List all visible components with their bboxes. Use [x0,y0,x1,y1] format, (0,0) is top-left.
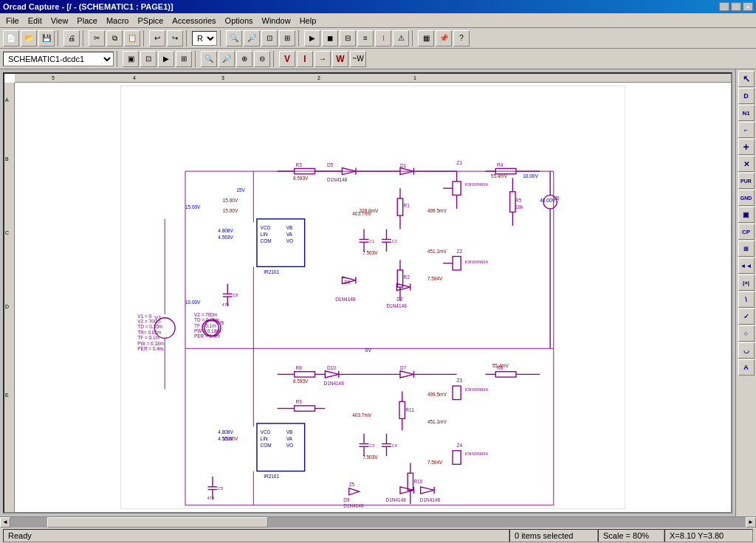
cut-btn[interactable]: ✂ [89,30,105,46]
part-place-btn[interactable]: ▣ [738,207,755,223]
svg-text:IR2101: IR2101 [264,269,279,274]
schematic-canvas[interactable]: 5 4 3 2 1 A B C D E [3,72,732,513]
netlist-btn[interactable]: ⊟ [340,30,356,46]
scroll-right-btn[interactable]: ► [746,517,756,528]
menu-edit[interactable]: Edit [24,13,47,27]
zoom-out2-btn[interactable]: ◄◄ [738,257,755,274]
menu-options[interactable]: Options [221,13,258,27]
tb2-v-btn[interactable]: V [279,51,295,67]
arc-btn[interactable]: ◡ [738,342,755,359]
status-ready: Ready [3,529,509,542]
tb2-zoomfull-btn[interactable]: 🔎 [219,51,235,67]
svg-text:LIN: LIN [261,436,268,441]
scroll-left-btn[interactable]: ◄ [0,517,10,528]
bus-entry-btn[interactable]: ⌐ [738,122,755,138]
print-btn[interactable]: 🖨 [63,30,80,46]
sep3 [143,30,146,46]
line-btn[interactable]: \ [738,291,755,308]
svg-text:C4: C4 [392,443,397,448]
save-btn[interactable]: 💾 [38,30,55,46]
no-connect-btn[interactable]: ✕ [738,156,755,172]
open-btn[interactable]: 📂 [21,30,37,46]
undo-btn[interactable]: ↩ [149,30,165,46]
tb2-zoomin2-btn[interactable]: ⊕ [236,51,252,67]
junction-btn[interactable]: + [738,139,755,155]
scroll-track-h[interactable] [10,517,746,528]
svg-text:0V: 0V [365,347,372,353]
tb2-arrow-btn[interactable]: → [315,51,331,67]
svg-text:7.504V: 7.504V [427,276,443,281]
menu-file[interactable]: File [1,13,24,27]
zoom-out-btn[interactable]: 🔎 [244,30,260,46]
menu-window[interactable]: Window [258,13,295,27]
power-btn[interactable]: PUR [738,173,755,189]
tb2-extra-btn[interactable]: ~W [350,51,366,67]
svg-text:R3: R3 [296,162,303,167]
menu-macro[interactable]: Macro [102,13,134,27]
svg-text:451.1mV: 451.1mV [427,419,447,424]
zoom-in2-btn[interactable]: |×| [738,274,755,291]
array-btn[interactable]: ⊞ [738,241,755,257]
menu-accessories[interactable]: Accessories [168,13,220,27]
tb2-w-btn[interactable]: W [332,51,348,67]
select-all-btn[interactable]: ▦ [418,30,434,46]
svg-text:15V: 15V [236,187,245,193]
svg-text:PER = 0.4m: PER = 0.4m [194,333,220,339]
new-btn[interactable]: 📄 [3,30,19,46]
copy-btn[interactable]: ⧉ [106,30,123,46]
svg-text:KSH20N60A: KSH20N60A [465,182,489,187]
h-scrollbar[interactable]: ◄ ► [0,516,756,527]
ground-btn[interactable]: GND [738,190,755,206]
stop-btn[interactable]: ◼ [322,30,338,46]
zoom-area-btn[interactable]: ⊞ [279,30,295,46]
paste-btn[interactable]: 📋 [124,30,140,46]
close-btn[interactable]: × [743,2,753,11]
bom-btn[interactable]: ≡ [357,30,374,46]
check-btn[interactable]: ✓ [738,308,755,325]
redo-btn[interactable]: ↪ [167,30,183,46]
svg-text:470: 470 [207,496,214,500]
marker-btn[interactable]: 📌 [436,30,452,46]
copy-part-btn[interactable]: CP [738,224,755,240]
menu-pspice[interactable]: PSpice [133,13,168,27]
tb2-find-btn[interactable]: 🔍 [201,51,217,67]
svg-text:IR2101: IR2101 [264,474,279,479]
text-btn[interactable]: A [738,359,755,376]
menu-place[interactable]: Place [72,13,102,27]
ellipse-btn[interactable]: ○ [738,325,755,342]
toolbar1: 📄 📂 💾 🖨 ✂ ⧉ 📋 ↩ ↪ R 🔍 🔎 ⊡ ⊞ ▶ ◼ ⊟ ≡ ⁝ ⚠ … [0,28,756,49]
svg-text:Z5: Z5 [349,482,355,487]
svg-text:KSH20N60A: KSH20N60A [465,387,489,392]
svg-text:R1: R1 [404,203,410,208]
select-tool-btn[interactable]: ↖ [738,71,755,87]
right-toolbar: ↖ D N1 ⌐ + ✕ PUR GND ▣ CP ⊞ ◄◄ |×| \ ✓ ○… [735,69,756,516]
tb2-btn3[interactable]: ▶ [158,51,174,67]
menu-view[interactable]: View [47,13,73,27]
svg-text:C5: C5 [218,486,223,491]
svg-text:C1: C1 [369,239,374,243]
annotate-btn[interactable]: ⁝ [375,30,391,46]
svg-text:470: 470 [222,302,229,307]
minimize-btn[interactable]: _ [719,2,729,11]
tb2-zoomout2-btn[interactable]: ⊖ [254,51,270,67]
restore-btn[interactable]: □ [731,2,741,11]
drc-btn[interactable]: ⚠ [393,30,409,46]
svg-text:8.593V: 8.593V [293,176,309,181]
scroll-thumb-h[interactable] [47,517,268,528]
filter-combo[interactable]: R [192,31,217,46]
zoom-in-btn[interactable]: 🔍 [226,30,242,46]
zoom-fit-btn[interactable]: ⊡ [261,30,278,46]
help-btn[interactable]: ? [453,30,470,46]
menu-bar: File Edit View Place Macro PSpice Access… [0,13,756,28]
menu-help[interactable]: Help [295,13,321,27]
tb2-btn4[interactable]: ⊞ [176,51,192,67]
draw-wire-btn[interactable]: D [738,88,755,104]
svg-text:VB: VB [286,225,293,230]
net-alias-btn[interactable]: N1 [738,105,755,121]
tb2-btn1[interactable]: ▣ [123,51,139,67]
tb2-btn2[interactable]: ⊡ [140,51,157,67]
window-controls[interactable]: _ □ × [719,2,753,11]
tb2-i-btn[interactable]: I [297,51,313,67]
schematic-selector[interactable]: SCHEMATIC1-dcdc1 [3,52,114,66]
run-btn[interactable]: ▶ [304,30,320,46]
